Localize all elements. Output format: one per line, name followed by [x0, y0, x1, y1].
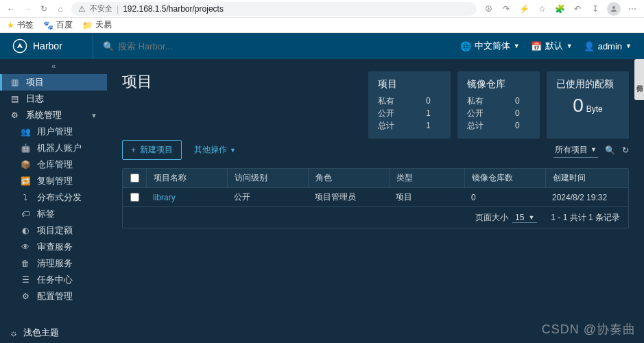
chevron-down-icon: ▼ [591, 146, 597, 153]
other-actions-dropdown[interactable]: 其他操作▼ [194, 144, 236, 156]
chevron-down-icon: ▼ [567, 43, 573, 49]
plus-icon: + [131, 145, 136, 155]
tasks-icon: ☰ [21, 275, 30, 285]
bookmark-item[interactable]: 📁天易 [82, 19, 112, 31]
replication-icon: 🔁 [21, 176, 30, 186]
warning-icon: ⚠ [78, 4, 86, 14]
chevron-down-icon: ▼ [625, 43, 632, 49]
main-area: « ▥项目 ▤日志 ⚙系统管理▼ 👥用户管理 🤖机器人账户 📦仓库管理 🔁复制管… [0, 59, 644, 343]
sidebar: « ▥项目 ▤日志 ⚙系统管理▼ 👥用户管理 🤖机器人账户 📦仓库管理 🔁复制管… [0, 59, 107, 343]
star-icon: ★ [7, 21, 14, 30]
sidebar-item-logs[interactable]: ▤日志 [0, 91, 107, 107]
col-repo[interactable]: 镜像仓库数 [464, 169, 545, 187]
summary-cards: 项目 私有0 公开1 总计1 镜像仓库 私有0 公开0 总计0 已使用的配额 0… [368, 71, 629, 139]
event-selector[interactable]: 📅 默认 ▼ [531, 40, 573, 52]
chevron-down-icon: ▼ [528, 214, 534, 221]
sidebar-item-tasks[interactable]: ☰任务中心 [0, 272, 107, 288]
history-icon[interactable]: ↶ [571, 4, 584, 14]
card-quota: 已使用的配额 0Byte [547, 71, 629, 139]
col-role[interactable]: 角色 [308, 169, 389, 187]
profile-avatar[interactable] [607, 2, 621, 16]
extensions-icon[interactable]: 🧩 [553, 4, 566, 14]
table-footer: 页面大小 15▼ 1 - 1 共计 1 条记录 [123, 207, 628, 228]
star-icon[interactable]: ☆ [536, 4, 548, 14]
global-search[interactable]: 🔍 [93, 33, 460, 59]
pagination-summary: 1 - 1 共计 1 条记录 [551, 212, 620, 224]
table-row[interactable]: library 公开 项目管理员 项目 0 2024/8/2 19:32 [123, 188, 628, 207]
chevron-down-icon: ▼ [230, 147, 236, 154]
sun-icon: ☼ [10, 328, 18, 338]
tag-icon: 🏷 [21, 209, 30, 219]
project-link[interactable]: library [153, 193, 176, 202]
sidebar-item-config[interactable]: ⚙配置管理 [0, 288, 107, 305]
folder-icon: 📁 [82, 21, 93, 30]
download-icon[interactable]: ↧ [589, 4, 601, 14]
back-button[interactable]: ← [5, 4, 16, 14]
menu-icon[interactable]: ⋯ [626, 4, 639, 14]
log-icon: ▤ [10, 94, 19, 104]
sidebar-item-cleanup[interactable]: 🗑清理服务 [0, 255, 107, 272]
forward-button[interactable]: → [22, 4, 33, 14]
card-repos: 镜像仓库 私有0 公开0 总计0 [457, 71, 540, 139]
bookmark-item[interactable]: ★书签 [7, 19, 34, 31]
repo-icon: 📦 [21, 160, 30, 169]
project-filter-dropdown[interactable]: 所有项目▼ [553, 143, 598, 158]
svg-point-0 [612, 6, 615, 9]
projects-table: 项目名称 访问级别 角色 类型 镜像仓库数 创建时间 library 公开 项目… [122, 168, 629, 228]
harbor-logo-icon [12, 38, 27, 54]
select-all-checkbox[interactable] [130, 174, 139, 182]
sidebar-item-repos[interactable]: 📦仓库管理 [0, 156, 107, 173]
bolt-icon[interactable]: ⚡ [518, 4, 530, 14]
translate-icon[interactable]: ☮ [482, 4, 494, 14]
sidebar-item-quota[interactable]: ◐项目定额 [0, 222, 107, 239]
search-icon[interactable]: 🔍 [605, 145, 615, 155]
collapse-sidebar-button[interactable]: « [0, 59, 107, 74]
col-name[interactable]: 项目名称 [146, 169, 227, 187]
cleanup-icon: 🗑 [21, 259, 30, 268]
svg-rect-2 [19, 47, 21, 49]
col-type[interactable]: 类型 [389, 169, 464, 187]
distribute-icon: ⤵ [21, 193, 30, 202]
brand-name: Harbor [33, 40, 62, 51]
row-checkbox[interactable] [130, 193, 139, 202]
sidebar-item-labels[interactable]: 🏷标签 [0, 206, 107, 222]
bookmark-item[interactable]: 🐾百度 [43, 19, 73, 31]
card-projects: 项目 私有0 公开1 总计1 [368, 71, 451, 139]
col-time[interactable]: 创建时间 [545, 169, 628, 187]
users-icon: 👥 [21, 127, 30, 137]
logo-area[interactable]: Harbor [0, 38, 93, 54]
sidebar-item-replication[interactable]: 🔁复制管理 [0, 173, 107, 189]
quota-icon: ◐ [21, 226, 30, 235]
sidebar-item-audit[interactable]: 👁审查服务 [0, 239, 107, 255]
col-access[interactable]: 访问级别 [227, 169, 308, 187]
chevron-down-icon: ▼ [91, 112, 97, 119]
browser-toolbar: ← → ↻ ⌂ ⚠ 不安全 | 192.168.1.5/harbor/proje… [0, 0, 644, 18]
theme-toggle[interactable]: ☼浅色主题 [10, 327, 59, 339]
chevron-down-icon: ▼ [514, 43, 520, 49]
reload-button[interactable]: ↻ [38, 4, 49, 14]
share-icon[interactable]: ↷ [500, 4, 512, 14]
right-side-tab[interactable]: 扫日任务 [634, 59, 644, 100]
watermark: CSDN @协奏曲 [542, 321, 636, 338]
sidebar-item-projects[interactable]: ▥项目 [0, 74, 107, 91]
sidebar-item-distribution[interactable]: ⤵分布式分发 [0, 189, 107, 206]
new-project-button[interactable]: +新建项目 [122, 140, 182, 160]
robot-icon: 🤖 [21, 143, 30, 153]
home-button[interactable]: ⌂ [55, 4, 66, 14]
insecure-label: 不安全 [90, 3, 112, 14]
search-input[interactable] [118, 41, 255, 51]
project-icon: ▥ [10, 78, 19, 87]
config-icon: ⚙ [21, 292, 30, 301]
app-header: Harbor 🔍 🌐 中文简体 ▼ 📅 默认 ▼ 👤 admin ▼ [0, 33, 644, 59]
address-bar[interactable]: ⚠ 不安全 | 192.168.1.5/harbor/projects [71, 2, 477, 16]
sidebar-item-sysmgmt[interactable]: ⚙系统管理▼ [0, 107, 107, 123]
user-menu[interactable]: 👤 admin ▼ [584, 41, 632, 51]
projects-toolbar: +新建项目 其他操作▼ 所有项目▼ 🔍 ↻ [122, 140, 629, 160]
table-header: 项目名称 访问级别 角色 类型 镜像仓库数 创建时间 [123, 169, 628, 188]
sidebar-item-robots[interactable]: 🤖机器人账户 [0, 140, 107, 156]
user-icon: 👤 [584, 41, 595, 51]
language-selector[interactable]: 🌐 中文简体 ▼ [460, 40, 520, 52]
sidebar-item-users[interactable]: 👥用户管理 [0, 123, 107, 140]
page-size-selector[interactable]: 页面大小 15▼ [475, 212, 537, 224]
refresh-icon[interactable]: ↻ [622, 145, 629, 155]
